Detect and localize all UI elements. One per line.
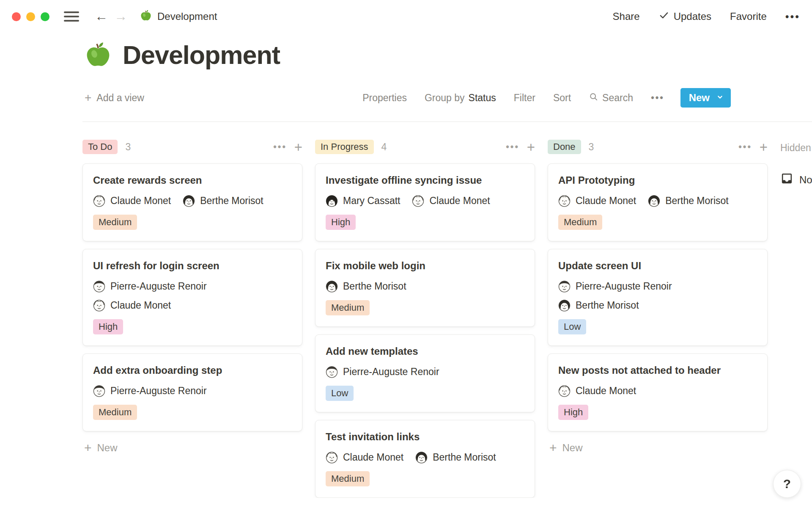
assignee-name: Claude Monet	[576, 384, 636, 397]
column-add-icon[interactable]: +	[760, 140, 768, 154]
card-priority-pill: High	[93, 319, 123, 334]
card-priority-pill: Medium	[326, 300, 370, 315]
avatar	[558, 195, 571, 207]
card-priority-pill: Medium	[326, 471, 370, 486]
assignee-name: Berthe Morisot	[343, 280, 406, 293]
card-priority-pill: Low	[558, 319, 586, 334]
add-card-button[interactable]: + New	[548, 442, 768, 454]
kanban-card[interactable]: Update screen UI Pierre-Auguste Renoir B…	[548, 249, 768, 346]
window-controls	[12, 12, 49, 21]
avatar	[93, 195, 105, 207]
toolbar-divider	[82, 121, 812, 122]
group-by-button[interactable]: Group by Status	[425, 92, 496, 104]
breadcrumb[interactable]: Development	[140, 9, 217, 24]
card-priority-pill: High	[326, 215, 356, 230]
card-assignees: Pierre-Auguste Renoir	[93, 384, 292, 397]
kanban-card[interactable]: Create rewards screen Claude Monet Berth…	[82, 163, 302, 241]
card-assignee: Berthe Morisot	[558, 299, 757, 312]
column-header: Done 3 ••• +	[548, 139, 768, 155]
column-status-pill[interactable]: Done	[548, 140, 581, 154]
column-count: 4	[381, 141, 387, 153]
card-assignee: Pierre-Auguste Renoir	[326, 365, 524, 378]
kanban-card[interactable]: New posts not attached to header Claude …	[548, 353, 768, 431]
kanban-card[interactable]: Investigate offline syncing issue Mary C…	[315, 163, 535, 241]
card-assignees: Pierre-Auguste Renoir	[326, 365, 524, 378]
card-priority-pill: High	[558, 405, 588, 420]
card-title: UI refresh for login screen	[93, 260, 292, 272]
titlebar: ← → Development Share Updates Favorite •…	[0, 0, 812, 33]
back-button[interactable]: ←	[92, 9, 111, 24]
kanban-board: To Do 3 ••• + Create rewards screen Clau…	[0, 139, 812, 498]
card-priority-pill: Low	[326, 386, 354, 401]
view-more-options-icon[interactable]: •••	[651, 92, 664, 104]
avatar	[558, 280, 571, 293]
breadcrumb-title: Development	[157, 11, 217, 22]
assignee-name: Claude Monet	[343, 451, 403, 464]
search-icon	[589, 92, 598, 104]
card-priority-pill: Medium	[93, 405, 137, 420]
add-view-button[interactable]: + Add a view	[85, 91, 144, 105]
card-assignees: Claude Monet Berthe Morisot	[558, 194, 757, 207]
assignee-name: Pierre-Auguste Renoir	[343, 365, 439, 378]
assignee-name: Pierre-Auguste Renoir	[110, 280, 207, 293]
column-status-pill[interactable]: To Do	[82, 140, 118, 154]
column-add-icon[interactable]: +	[527, 140, 535, 154]
kanban-card[interactable]: API Prototyping Claude Monet Berthe Mori…	[548, 163, 768, 241]
search-button[interactable]: Search	[589, 92, 633, 104]
column-more-icon[interactable]: •••	[273, 141, 287, 153]
kanban-card[interactable]: Add new templates Pierre-Auguste Renoir …	[315, 334, 535, 412]
sort-button[interactable]: Sort	[553, 92, 571, 104]
avatar	[558, 299, 571, 312]
card-title: Investigate offline syncing issue	[326, 174, 524, 187]
card-assignees: Pierre-Auguste Renoir Claude Monet	[93, 280, 292, 312]
favorite-button[interactable]: Favorite	[730, 11, 767, 22]
more-options-icon[interactable]: •••	[785, 11, 800, 23]
page-title[interactable]: Development	[123, 40, 280, 70]
card-title: Test invitation links	[326, 431, 524, 443]
hidden-columns-label: Hidden columns	[780, 141, 812, 155]
share-button[interactable]: Share	[613, 11, 640, 22]
hidden-group-no-status[interactable]: No Status	[780, 172, 812, 188]
card-assignees: Claude Monet Berthe Morisot	[93, 194, 292, 207]
card-title: Add extra onboarding step	[93, 364, 292, 377]
help-button[interactable]: ?	[773, 470, 801, 498]
card-assignee: Berthe Morisot	[648, 194, 729, 207]
column-cards: API Prototyping Claude Monet Berthe Mori…	[548, 163, 768, 431]
card-title: Add new templates	[326, 345, 524, 358]
sidebar-menu-icon[interactable]	[64, 11, 79, 22]
apple-emoji-icon	[140, 9, 152, 24]
assignee-name: Berthe Morisot	[576, 299, 639, 312]
card-title: Create rewards screen	[93, 174, 292, 187]
kanban-card[interactable]: Test invitation links Claude Monet Berth…	[315, 420, 535, 498]
assignee-name: Berthe Morisot	[433, 451, 496, 464]
add-card-button[interactable]: + New	[82, 442, 302, 454]
card-assignee: Pierre-Auguste Renoir	[93, 280, 292, 293]
new-button[interactable]: New	[680, 88, 731, 108]
column-more-icon[interactable]: •••	[738, 141, 752, 153]
card-assignee: Claude Monet	[326, 451, 403, 464]
card-title: API Prototyping	[558, 174, 757, 187]
kanban-card[interactable]: UI refresh for login screen Pierre-Augus…	[82, 249, 302, 346]
card-assignee: Mary Cassatt	[326, 194, 400, 207]
group-by-value: Status	[469, 92, 496, 104]
close-window-button[interactable]	[12, 12, 21, 21]
kanban-card[interactable]: Add extra onboarding step Pierre-Auguste…	[82, 353, 302, 431]
forward-button[interactable]: →	[111, 9, 131, 24]
card-title: New posts not attached to header	[558, 364, 757, 377]
filter-button[interactable]: Filter	[514, 92, 535, 104]
page-emoji-icon[interactable]	[85, 41, 112, 69]
column-status-pill[interactable]: In Progress	[315, 140, 374, 154]
card-priority-pill: Medium	[93, 215, 137, 230]
properties-button[interactable]: Properties	[362, 92, 407, 104]
inbox-icon	[780, 172, 793, 188]
column-more-icon[interactable]: •••	[506, 141, 519, 153]
minimize-window-button[interactable]	[26, 12, 35, 21]
column-add-icon[interactable]: +	[294, 140, 302, 154]
add-card-label: New	[562, 442, 583, 454]
avatar	[326, 366, 338, 378]
zoom-window-button[interactable]	[41, 12, 49, 21]
updates-button[interactable]: Updates	[658, 10, 711, 23]
board-column: In Progress 4 ••• + Investigate offline …	[315, 139, 535, 498]
avatar	[648, 195, 660, 207]
kanban-card[interactable]: Fix mobile web login Berthe Morisot Medi…	[315, 249, 535, 327]
